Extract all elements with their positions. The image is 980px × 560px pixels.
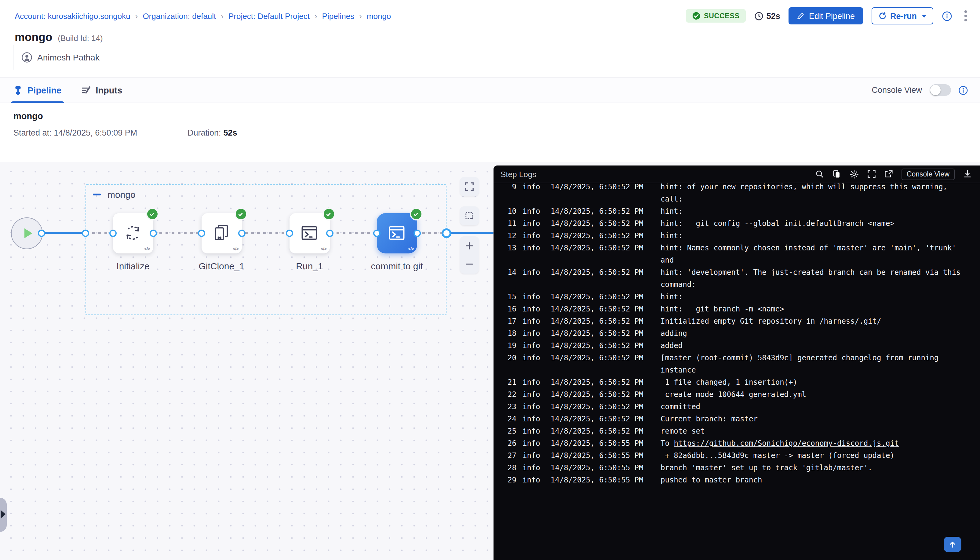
connector-port[interactable] bbox=[198, 230, 205, 237]
canvas-fullscreen-button[interactable] bbox=[460, 177, 479, 196]
collapse-stage-icon[interactable] bbox=[93, 193, 101, 196]
log-line: 16info14/8/2025, 6:50:52 PMhint: git bra… bbox=[493, 303, 980, 315]
code-icon: </> bbox=[408, 246, 414, 251]
breadcrumb-item[interactable]: Organization: default bbox=[143, 12, 216, 21]
log-line: 29info14/8/2025, 6:50:55 PMpushed to mas… bbox=[493, 474, 980, 486]
edit-pipeline-label: Edit Pipeline bbox=[809, 11, 855, 20]
console-view-toggle-group: Console View bbox=[872, 84, 968, 96]
git-clone-icon bbox=[212, 224, 231, 243]
connector-port[interactable] bbox=[286, 230, 293, 237]
breadcrumb-separator: › bbox=[315, 12, 317, 21]
log-line-number: 12 bbox=[503, 230, 517, 242]
log-line: 13info14/8/2025, 6:50:52 PMhint: Names c… bbox=[493, 242, 980, 266]
page-title-row: mongo (Build Id: 14) bbox=[15, 30, 103, 44]
info-icon[interactable] bbox=[942, 11, 952, 21]
info-icon[interactable] bbox=[958, 85, 968, 95]
zoom-in-icon[interactable] bbox=[465, 241, 474, 250]
left-panel-handle[interactable] bbox=[0, 498, 7, 532]
connector-port[interactable] bbox=[442, 228, 452, 238]
log-line: 19info14/8/2025, 6:50:52 PMadded bbox=[493, 340, 980, 352]
connector-port[interactable] bbox=[82, 229, 89, 237]
breadcrumb-item[interactable]: Account: kurosakiichigo.songoku bbox=[15, 12, 130, 21]
rerun-button[interactable]: Re-run bbox=[871, 7, 933, 25]
tab-inputs-label: Inputs bbox=[96, 85, 122, 95]
log-message: [master (root-commit) 5843d9c] generated… bbox=[660, 352, 974, 376]
log-toolbar: Console View bbox=[816, 168, 972, 180]
log-level: info bbox=[523, 205, 545, 217]
pipeline-node-card[interactable]: </> bbox=[377, 213, 417, 253]
log-message: hint: bbox=[660, 230, 974, 242]
zoom-out-icon[interactable] bbox=[465, 260, 474, 269]
breadcrumb-separator: › bbox=[135, 12, 138, 21]
log-timestamp: 14/8/2025, 6:50:52 PM bbox=[551, 327, 655, 340]
breadcrumb-separator: › bbox=[221, 12, 223, 21]
log-message: pushed to master branch bbox=[660, 474, 974, 486]
pipeline-node-card[interactable]: </> bbox=[290, 213, 330, 253]
canvas-select-button[interactable] bbox=[460, 206, 479, 225]
search-icon[interactable] bbox=[816, 170, 824, 178]
pipeline-node-label: Run_1 bbox=[296, 261, 323, 271]
connector-port[interactable] bbox=[38, 229, 45, 237]
log-timestamp: 14/8/2025, 6:50:52 PM bbox=[551, 205, 655, 217]
connector-port[interactable] bbox=[238, 230, 245, 237]
connector-port[interactable] bbox=[413, 230, 420, 237]
more-options-icon[interactable] bbox=[963, 10, 968, 23]
log-line-number: 27 bbox=[503, 450, 517, 462]
console-view-button[interactable]: Console View bbox=[902, 168, 954, 180]
top-actions: SUCCESS 52s Edit Pipeline Re-run bbox=[686, 7, 968, 25]
inputs-icon bbox=[81, 85, 91, 95]
log-timestamp: 14/8/2025, 6:50:52 PM bbox=[551, 401, 655, 413]
log-line: 24info14/8/2025, 6:50:52 PMCurrent branc… bbox=[493, 413, 980, 425]
log-message: hint: of your new repositories, which wi… bbox=[660, 183, 974, 205]
pipeline-node-card[interactable]: </> bbox=[202, 213, 242, 253]
log-message: adding bbox=[660, 327, 974, 340]
pipeline-node-card[interactable]: </> bbox=[113, 213, 153, 253]
breadcrumb: Account: kurosakiichigo.songoku›Organiza… bbox=[15, 12, 391, 21]
log-link[interactable]: https://github.com/Sonichigo/economy-dis… bbox=[674, 439, 899, 448]
expand-right-icon bbox=[1, 510, 5, 518]
copy-icon[interactable] bbox=[833, 170, 842, 178]
connector-port[interactable] bbox=[149, 230, 157, 237]
log-level: info bbox=[523, 291, 545, 303]
connector-port[interactable] bbox=[373, 230, 380, 237]
connector-port[interactable] bbox=[326, 230, 333, 237]
log-timestamp: 14/8/2025, 6:50:52 PM bbox=[551, 303, 655, 315]
pipeline-node: </>commit to git bbox=[377, 213, 417, 253]
connector-port[interactable] bbox=[109, 230, 117, 237]
log-message: committed bbox=[660, 401, 974, 413]
console-view-toggle[interactable] bbox=[929, 84, 951, 96]
log-timestamp: 14/8/2025, 6:50:52 PM bbox=[551, 217, 655, 230]
arrow-up-icon bbox=[948, 540, 956, 548]
breadcrumb-item[interactable]: mongo bbox=[367, 12, 391, 21]
log-lines-container[interactable]: 9info14/8/2025, 6:50:52 PMhint: of your … bbox=[493, 183, 980, 560]
step-logs-header: Step Logs Console View bbox=[493, 165, 980, 183]
log-level: info bbox=[523, 462, 545, 474]
download-icon[interactable] bbox=[963, 170, 972, 178]
log-level: info bbox=[523, 303, 545, 315]
breadcrumb-item[interactable]: Pipelines bbox=[322, 12, 355, 21]
pipeline-icon bbox=[13, 85, 23, 95]
started-at: Started at: 14/8/2025, 6:50:09 PM bbox=[13, 128, 137, 137]
breadcrumb-item[interactable]: Project: Default Project bbox=[228, 12, 310, 21]
external-link-icon[interactable] bbox=[885, 170, 893, 178]
log-line: 10info14/8/2025, 6:50:52 PMhint: bbox=[493, 205, 980, 217]
log-line-number: 14 bbox=[503, 266, 517, 278]
fullscreen-icon[interactable] bbox=[868, 170, 876, 178]
tab-pipeline[interactable]: Pipeline bbox=[13, 78, 62, 103]
status-badge: SUCCESS bbox=[686, 9, 746, 23]
log-line: 22info14/8/2025, 6:50:52 PM create mode … bbox=[493, 388, 980, 401]
log-timestamp: 14/8/2025, 6:50:52 PM bbox=[551, 413, 655, 425]
gear-icon[interactable] bbox=[850, 170, 859, 178]
log-line-number: 9 bbox=[503, 183, 517, 193]
scroll-to-top-button[interactable] bbox=[943, 537, 961, 552]
log-timestamp: 14/8/2025, 6:50:52 PM bbox=[551, 266, 655, 278]
log-timestamp: 14/8/2025, 6:50:55 PM bbox=[551, 474, 655, 486]
log-message: hint: git branch -m <name> bbox=[660, 303, 974, 315]
tab-inputs[interactable]: Inputs bbox=[81, 78, 122, 103]
log-timestamp: 14/8/2025, 6:50:55 PM bbox=[551, 450, 655, 462]
stage-duration: Duration:52s bbox=[188, 128, 237, 137]
fullscreen-icon bbox=[465, 182, 474, 191]
author-row: Animesh Pathak bbox=[13, 45, 100, 70]
log-timestamp: 14/8/2025, 6:50:55 PM bbox=[551, 462, 655, 474]
edit-pipeline-button[interactable]: Edit Pipeline bbox=[789, 7, 863, 25]
